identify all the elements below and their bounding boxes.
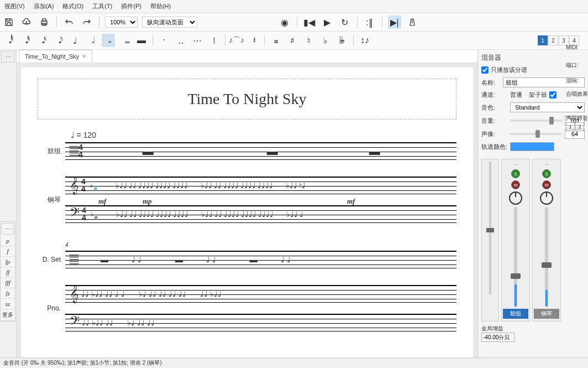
note-longa[interactable]: ▬ (135, 34, 148, 47)
double-dot-button[interactable]: ‥ (174, 34, 187, 47)
pan-knob-1[interactable] (509, 191, 522, 205)
play-button[interactable]: ▶ (321, 15, 334, 29)
mute-voice-2[interactable]: 2 (575, 122, 584, 131)
menu-format[interactable]: 格式(O) (60, 1, 86, 12)
palette-toggle[interactable]: ⋯ (1, 51, 15, 63)
sharp-button[interactable]: ♯ (286, 34, 299, 47)
drumkit-checkbox[interactable] (549, 91, 556, 99)
repeat-button[interactable]: :‖ (363, 15, 376, 29)
mute-button-1[interactable]: M (511, 180, 520, 189)
tab-label: Time_To_Night_Sky (25, 53, 79, 60)
score-viewport[interactable]: Time To Night Sky ♩ = 120 鼓组 𝄚 44 (17, 63, 477, 368)
staff-pno-2: Pno. 𝄞 ♩♩♭♩♩♩♩♩ ♩ ♭♩♩♩♩♩♩♩♩♩ ♩♩♭♩♩ (38, 285, 456, 331)
double-sharp-button[interactable]: 𝄪 (269, 34, 282, 47)
note-breve[interactable]: 𝅜 (118, 34, 132, 47)
port-label: 端口: (566, 61, 588, 69)
score-title[interactable]: Time To Night Sky (49, 90, 445, 108)
triple-dot-button[interactable]: ⋯ (191, 34, 204, 47)
note-half[interactable]: 𝅗𝅥 (85, 34, 98, 47)
piano-treble-1[interactable]: 𝄞 44 ♭ 𝅗 ♭♩♩♩♩♩♩♩♩♩♩♩♩♩♩♩♩ ♭♩♩♩♩♩♩♩♩♩♩♩♩… (65, 177, 456, 194)
rewind-button[interactable]: ▮◀ (303, 15, 316, 29)
tab-close-button[interactable]: × (82, 53, 86, 60)
dyn-ff[interactable]: ff (1, 267, 15, 278)
voice-2[interactable]: 2 (548, 35, 558, 45)
fader-2[interactable] (545, 207, 548, 307)
cloud-button[interactable] (20, 15, 33, 29)
dot-button[interactable]: · (158, 34, 171, 47)
title-frame[interactable]: Time To Night Sky (38, 79, 456, 120)
solo-button-2[interactable]: S (542, 169, 551, 178)
track-strip-piano: → S M 钢琴 (532, 159, 561, 322)
document-tab[interactable]: Time_To_Night_Sky × (19, 50, 92, 63)
natural-button[interactable]: ♮ (302, 34, 316, 47)
tie-button[interactable]: ♪⌒♪ (230, 34, 243, 47)
piano-bass-2[interactable]: 𝄢 ♩♩♭♩♩♩♩ ♭♩♩♩♩♩ (65, 314, 456, 331)
flat-button[interactable]: ♭ (319, 34, 332, 47)
dyn-fz[interactable]: fz (1, 288, 15, 299)
reverb-label: 混响: (566, 77, 588, 85)
instrument-label-piano: 钢琴 (38, 195, 65, 205)
undo-button[interactable] (62, 15, 76, 29)
chorus-label: 合唱效果 (566, 90, 588, 98)
dyn-fff[interactable]: fff (1, 278, 15, 288)
strip-arrow-2[interactable]: → (544, 162, 549, 167)
menubar: 视图(V) 添加(A) 格式(O) 工具(T) 插件(P) 帮助(H) (0, 0, 588, 13)
drum-staff[interactable]: 𝄚 44 ▬▬▬ (65, 142, 456, 160)
note-64th[interactable]: 𝅘𝅥𝅱 (2, 34, 15, 47)
staff-piano-1: 钢琴 𝄞 44 ♭ 𝅗 ♭♩♩♩♩♩♩♩♩♩♩♩♩♩♩♩♩ (38, 177, 456, 223)
dynamic-mf-1[interactable]: mf (98, 197, 106, 206)
gain-input[interactable] (481, 333, 514, 342)
note-16th[interactable]: 𝅘𝅥𝅯 (35, 34, 49, 47)
drum-staff-2[interactable]: 𝄚 ▬♩ ♩ ▬♩ ♩ ▬♩ ♩ (65, 251, 456, 268)
drumkit-label: 架子鼓 (529, 91, 547, 99)
voice-1[interactable]: 1 (538, 35, 548, 45)
dynamic-mp[interactable]: mp (143, 197, 152, 206)
menu-view[interactable]: 视图(V) (2, 1, 27, 12)
note-whole[interactable]: 𝅝 (102, 34, 115, 47)
strip-arrow-1[interactable]: → (513, 162, 518, 167)
track-strip-drums: → S M 鼓组 (501, 159, 530, 322)
master-fader[interactable] (489, 162, 491, 294)
tempo-marking[interactable]: ♩ = 120 (71, 131, 456, 140)
quad-dot-button[interactable]: ⁞ (207, 34, 221, 47)
menu-add[interactable]: 添加(A) (32, 1, 56, 12)
pan-knob-2[interactable] (540, 191, 553, 205)
dyn-more[interactable]: 更多 (1, 309, 15, 321)
solo-checkbox[interactable] (481, 66, 489, 74)
metronome-button[interactable] (406, 15, 419, 29)
redo-button[interactable] (80, 15, 93, 29)
fader-1[interactable] (514, 207, 517, 307)
note-8th[interactable]: 𝅘𝅥𝅮 (52, 34, 65, 47)
mute-title: 声部静音 (566, 115, 588, 122)
rest-button[interactable]: 𝄽 (246, 34, 260, 47)
volume-label: 音量: (481, 117, 508, 125)
track-color[interactable] (510, 142, 554, 151)
piano-treble-2[interactable]: 𝄞 ♩♩♭♩♩♩♩♩ ♩ ♭♩♩♩♩♩♩♩♩♩ ♩♩♭♩♩ (65, 285, 456, 303)
mute-button-2[interactable]: M (542, 180, 551, 189)
flip-button[interactable]: ↕♪ (358, 34, 371, 47)
mute-voice-1[interactable]: 1 (566, 122, 575, 131)
pan-slider[interactable] (510, 133, 563, 135)
menu-plugins[interactable]: 插件(P) (119, 1, 144, 12)
menu-tools[interactable]: 工具(T) (90, 1, 114, 12)
pan-button[interactable]: ▶| (388, 15, 401, 29)
volume-slider[interactable] (510, 120, 563, 122)
menu-help[interactable]: 帮助(H) (148, 1, 173, 12)
note-quarter[interactable]: ♩ (69, 34, 82, 47)
dynamic-mf-2[interactable]: mf (347, 197, 355, 206)
loop-button[interactable]: ↻ (338, 15, 351, 29)
double-flat-button[interactable]: 𝄫 (335, 34, 349, 47)
dyn-sz[interactable]: sz (1, 299, 15, 309)
dyn-p[interactable]: p (1, 236, 15, 246)
piano-bass-1[interactable]: 𝄢 44 ♭ 𝅗 ♭♩♩♩♩♩♩♩♩♩♩♩♩♩♩♩♩ ♭♩♩♩♩♩♩♩♩♩♩♩♩… (65, 205, 456, 223)
eye-icon[interactable]: ◉ (278, 15, 291, 29)
dyn-f[interactable]: f (1, 246, 15, 257)
print-button[interactable] (38, 15, 51, 29)
zoom-select[interactable]: 100% (105, 17, 138, 28)
dynamics-more[interactable]: ⋯ (2, 223, 14, 235)
save-button[interactable] (2, 15, 15, 29)
note-32nd[interactable]: 𝅘𝅥𝅰 (19, 34, 32, 47)
scroll-mode-select[interactable]: 纵向滚动页面 (142, 17, 197, 28)
dyn-fp[interactable]: fp (1, 257, 15, 267)
solo-button-1[interactable]: S (511, 169, 520, 178)
